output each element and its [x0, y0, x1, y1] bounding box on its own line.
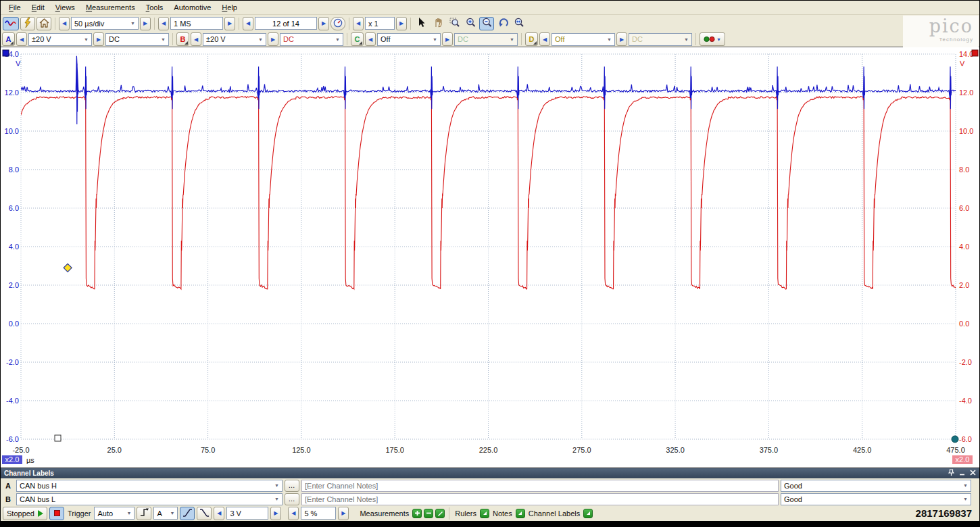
trigger-source-select[interactable]: A ▼	[153, 507, 178, 520]
channel-c-range-prev[interactable]: ◀	[365, 32, 376, 46]
stop-icon	[54, 510, 60, 516]
trigger-level-up-button[interactable]: ▶	[270, 507, 281, 520]
probes-button[interactable]: ▼	[700, 32, 725, 46]
channel-b-notes-input[interactable]	[301, 493, 779, 505]
run-state-label: Stopped	[7, 509, 34, 518]
horizontal-zoom-button[interactable]	[512, 17, 526, 30]
y-axis-right-tick: 10.0	[959, 127, 973, 135]
rising-edge-button[interactable]	[180, 507, 195, 520]
channel-b-options-button[interactable]: B	[176, 32, 189, 46]
pointer-tool-button[interactable]	[414, 17, 429, 30]
y-axis-left-tick: 12.0	[5, 89, 19, 97]
menu-file[interactable]: File	[3, 2, 26, 13]
samples-field[interactable]: 1 MS	[170, 17, 223, 30]
trigger-mode-select[interactable]: Auto ▼	[94, 507, 134, 520]
channel-b-label-more-button[interactable]: …	[285, 493, 299, 505]
channel-a-ground-marker[interactable]	[55, 435, 61, 441]
buffer-next-button[interactable]: ▶	[318, 17, 329, 30]
samples-prev-button[interactable]: ◀	[158, 17, 169, 30]
pretrigger-down-button[interactable]: ◀	[288, 507, 299, 520]
timebase-next-button[interactable]: ▶	[140, 17, 151, 30]
zoom-out-button[interactable]	[479, 17, 494, 30]
channel-a-status-combo[interactable]: Good▼	[781, 480, 971, 492]
x-axis-tick: -25.0	[12, 446, 29, 454]
channel-b-range-next[interactable]: ▶	[268, 32, 278, 46]
home-button[interactable]	[36, 17, 51, 30]
rulers-toggle-button[interactable]	[480, 509, 489, 518]
chevron-down-icon: ▼	[684, 37, 689, 42]
y-axis-right-tick: -2.0	[959, 358, 972, 366]
falling-edge-button[interactable]	[197, 507, 212, 520]
menu-automotive[interactable]: Automotive	[168, 2, 216, 13]
menu-views[interactable]: Views	[50, 2, 80, 13]
samples-next-button[interactable]: ▶	[224, 17, 235, 30]
pan-tool-button[interactable]	[431, 17, 445, 30]
scope-view-button[interactable]	[3, 17, 19, 30]
scope-chart-area[interactable]: 14.012.010.08.06.04.02.00.0-2.0-4.0-6.01…	[1, 47, 979, 468]
x-axis-tick: 75.0	[201, 446, 215, 454]
channel-labels-toggle-button[interactable]	[583, 509, 593, 518]
buffer-overview-button[interactable]	[330, 17, 345, 30]
x-axis-tick: 175.0	[385, 446, 404, 454]
zoom-factor-field[interactable]: x 1	[365, 17, 395, 30]
timebase-select[interactable]: 50 µs/div ▼	[71, 17, 139, 30]
menu-edit[interactable]: Edit	[26, 2, 50, 13]
notes-toggle-button[interactable]	[516, 509, 525, 518]
start-stop-button[interactable]: Stopped	[3, 507, 47, 520]
marquee-zoom-button[interactable]	[447, 17, 462, 30]
channel-b-coupling-select[interactable]: DC▼	[280, 33, 343, 46]
menu-help[interactable]: Help	[216, 2, 243, 13]
trigger-level-field[interactable]: 3 V	[226, 507, 268, 520]
channel-a-options-button[interactable]: A	[2, 32, 15, 46]
channel-d-group: D◀Off▼▶DC▼	[525, 32, 692, 46]
pretrigger-up-button[interactable]: ▶	[338, 507, 349, 520]
divider	[239, 18, 239, 30]
trigger-marker-diamond[interactable]	[64, 264, 72, 272]
zoom-in-button[interactable]	[463, 17, 478, 30]
channel-b-range-select[interactable]: ±20 V▼	[203, 33, 266, 46]
channel-b-ground-marker[interactable]	[952, 436, 958, 443]
channel-a-label-more-button[interactable]: …	[285, 480, 299, 492]
channel-b-range-prev[interactable]: ◀	[191, 32, 201, 46]
trigger-level-down-button[interactable]: ◀	[214, 507, 224, 520]
channel-a-range-next[interactable]: ▶	[93, 32, 104, 46]
channel-b-status-combo[interactable]: Good▼	[781, 493, 971, 505]
buffer-prev-button[interactable]: ◀	[243, 17, 253, 30]
channel-a-range-select[interactable]: ±20 V▼	[28, 33, 92, 46]
minimize-icon[interactable]	[959, 470, 965, 477]
pin-icon[interactable]	[948, 469, 954, 478]
channel-c-options-button[interactable]: C	[351, 32, 364, 46]
menu-measurements[interactable]: Measurements	[80, 2, 141, 13]
delete-measurement-button[interactable]	[435, 509, 445, 518]
picoscope-window: FileEditViewsMeasurementsToolsAutomotive…	[0, 0, 980, 527]
menu-tools[interactable]: Tools	[141, 2, 169, 13]
channel-c-coupling-select[interactable]: DC▼	[454, 33, 518, 46]
waveform-icon	[5, 18, 17, 29]
channel-b-axis-marker[interactable]	[972, 50, 978, 56]
edit-measurement-button[interactable]	[424, 509, 433, 518]
zoom-next-button[interactable]: ▶	[396, 17, 407, 30]
channel-b-label-combo[interactable]: CAN bus L▼	[16, 493, 283, 505]
pretrigger-field[interactable]: 5 %	[301, 507, 336, 520]
channel-d-options-button[interactable]: D	[525, 32, 538, 46]
channel-d-coupling-select[interactable]: DC▼	[629, 33, 692, 46]
channel-d-range-next[interactable]: ▶	[616, 32, 627, 46]
channel-a-label-combo[interactable]: CAN bus H▼	[16, 480, 283, 492]
advanced-trigger-button[interactable]	[137, 507, 151, 520]
channel-c-range-select[interactable]: Off▼	[377, 33, 441, 46]
channel-a-coupling-select[interactable]: DC▼	[105, 33, 169, 46]
channel-d-range-select[interactable]: Off▼	[552, 33, 615, 46]
buffer-nav-input[interactable]	[255, 17, 317, 30]
stop-button[interactable]	[49, 507, 64, 520]
autosetup-button[interactable]	[20, 17, 35, 30]
channel-d-range-prev[interactable]: ◀	[539, 32, 550, 46]
channel-c-range-next[interactable]: ▶	[442, 32, 453, 46]
zoom-prev-button[interactable]: ◀	[353, 17, 364, 30]
timebase-prev-button[interactable]: ◀	[59, 17, 70, 30]
channel-a-axis-marker[interactable]	[3, 50, 9, 56]
channel-a-notes-input[interactable]	[301, 480, 779, 492]
add-measurement-button[interactable]	[412, 509, 422, 518]
undo-zoom-button[interactable]	[495, 17, 510, 30]
channel-a-range-prev[interactable]: ◀	[16, 32, 27, 46]
close-icon[interactable]	[970, 470, 976, 477]
